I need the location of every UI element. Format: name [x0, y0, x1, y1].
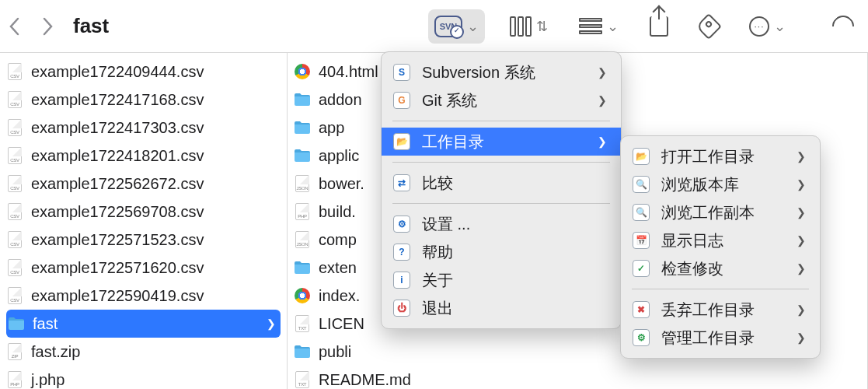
menu-separator [632, 289, 809, 289]
menu-item[interactable]: ✓检查修改❯ [621, 254, 820, 282]
file-name: app [319, 119, 344, 137]
chevron-right-icon: ❯ [598, 66, 607, 79]
chevron-right-icon: ❯ [797, 178, 806, 191]
menu-item[interactable]: SSubversion 系统❯ [382, 58, 621, 86]
file-name: example1722590419.csv [31, 287, 204, 305]
workdir-icon: 📂 [392, 132, 411, 151]
file-name: applic [319, 147, 359, 165]
menu-item[interactable]: 🔍浏览版本库❯ [621, 170, 820, 198]
menu-item[interactable]: ⚙设置 ... [382, 210, 621, 238]
chevron-right-icon: ❯ [598, 94, 607, 107]
file-row[interactable]: example1722409444.csv [0, 58, 287, 86]
file-row[interactable]: example1722571523.csv [0, 226, 287, 254]
chrome-icon [294, 287, 311, 304]
menu-item-label: Subversion 系统 [422, 62, 535, 83]
file-name: example1722571620.csv [31, 259, 204, 277]
quit-icon: ⏻ [392, 299, 411, 317]
menu-separator [392, 162, 610, 163]
tag-button[interactable] [693, 9, 724, 44]
file-name: index. [319, 287, 360, 305]
working-directory-submenu: 📂打开工作目录❯🔍浏览版本库❯🔍浏览工作副本❯📅显示日志❯✓检查修改❯✖丢弃工作… [620, 135, 821, 359]
chevron-down-icon: ⌄ [774, 18, 786, 35]
menu-item-label: 比较 [422, 173, 453, 194]
document-icon [6, 231, 23, 248]
search-button[interactable] [826, 9, 860, 44]
file-row[interactable]: j.php [0, 366, 287, 389]
more-button[interactable]: ··· ⌄ [743, 9, 792, 44]
menu-item[interactable]: ⇄比较 [382, 169, 621, 197]
menu-item[interactable]: GGit 系统❯ [382, 86, 621, 114]
nav-back-button[interactable] [0, 12, 30, 41]
svn-icon: S [392, 63, 411, 82]
menu-item[interactable]: ?帮助 [382, 238, 621, 266]
columns-icon [510, 16, 532, 37]
menu-item-label: 检查修改 [661, 258, 723, 279]
menu-item[interactable]: ⚙管理工作目录❯ [621, 324, 820, 352]
menu-item[interactable]: 🔍浏览工作副本❯ [621, 198, 820, 226]
menu-item[interactable]: 📅显示日志❯ [621, 226, 820, 254]
file-name: example1722562672.csv [31, 175, 204, 193]
svn-context-menu: SSubversion 系统❯GGit 系统❯📂工作目录❯⇄比较⚙设置 ...?… [381, 51, 622, 329]
file-row[interactable]: example1722569708.csv [0, 198, 287, 226]
document-icon [294, 203, 311, 220]
file-row[interactable]: example1722418201.csv [0, 142, 287, 170]
file-column-parent[interactable]: example1722409444.csvexample1722417168.c… [0, 53, 288, 389]
document-icon [6, 259, 23, 276]
path-title[interactable]: fast [73, 14, 109, 38]
menu-item-label: 关于 [422, 270, 453, 291]
menu-item[interactable]: i关于 [382, 266, 621, 294]
document-icon [294, 175, 311, 192]
document-icon [6, 119, 23, 136]
file-row[interactable]: README.md [288, 366, 867, 389]
file-name: j.php [31, 371, 64, 389]
more-icon: ··· [749, 16, 769, 37]
menu-item[interactable]: 📂工作目录❯ [382, 128, 621, 156]
document-icon [6, 175, 23, 192]
menu-item[interactable]: ⏻退出 [382, 294, 621, 322]
file-row[interactable]: example1722562672.csv [0, 170, 287, 198]
file-row[interactable]: example1722571620.csv [0, 254, 287, 282]
file-name: fast [33, 315, 58, 333]
document-icon [6, 343, 23, 360]
view-columns-button[interactable]: ⇅ [504, 9, 554, 44]
document-icon [6, 203, 23, 220]
file-name: example1722569708.csv [31, 203, 204, 221]
chevron-down-icon: ⌄ [607, 18, 619, 35]
menu-item-label: 显示日志 [661, 230, 723, 251]
discard-icon: ✖ [632, 300, 650, 319]
menu-item-label: 帮助 [422, 242, 453, 263]
share-button[interactable] [643, 9, 675, 44]
view-grid-button[interactable]: ⌄ [573, 9, 625, 44]
chevron-right-icon: ❯ [598, 135, 607, 148]
file-name: example1722417303.csv [31, 119, 204, 137]
file-name: example1722409444.csv [31, 63, 204, 81]
menu-item[interactable]: ✖丢弃工作目录❯ [621, 296, 820, 324]
file-name: example1722571523.csv [31, 231, 204, 249]
menu-item[interactable]: 📂打开工作目录❯ [621, 142, 820, 170]
file-name: LICEN [319, 315, 364, 333]
file-name: example1722417168.csv [31, 91, 204, 109]
folder-icon [294, 119, 311, 136]
menu-separator [392, 121, 610, 121]
search-icon [828, 11, 859, 42]
file-row[interactable]: fast❯ [6, 310, 281, 338]
file-row[interactable]: example1722417168.csv [0, 86, 287, 114]
nav-forward-button[interactable] [33, 12, 62, 41]
menu-item-label: 管理工作目录 [661, 328, 755, 349]
folder-icon [294, 343, 311, 360]
tag-icon [695, 13, 722, 40]
help-icon: ? [392, 243, 411, 261]
open-icon: 📂 [632, 147, 650, 166]
file-row[interactable]: fast.zip [0, 338, 287, 366]
svn-dropdown-button[interactable]: SVN ⌄ [428, 9, 485, 44]
file-name: exten [319, 259, 357, 277]
file-name: 404.html [319, 63, 378, 81]
document-icon [6, 371, 23, 388]
document-icon [294, 231, 311, 248]
settings-icon: ⚙ [392, 215, 411, 233]
file-row[interactable]: example1722417303.csv [0, 114, 287, 142]
menu-item-label: 工作目录 [422, 131, 484, 152]
file-name: publi [319, 343, 351, 361]
file-row[interactable]: example1722590419.csv [0, 282, 287, 310]
document-icon [294, 315, 311, 332]
